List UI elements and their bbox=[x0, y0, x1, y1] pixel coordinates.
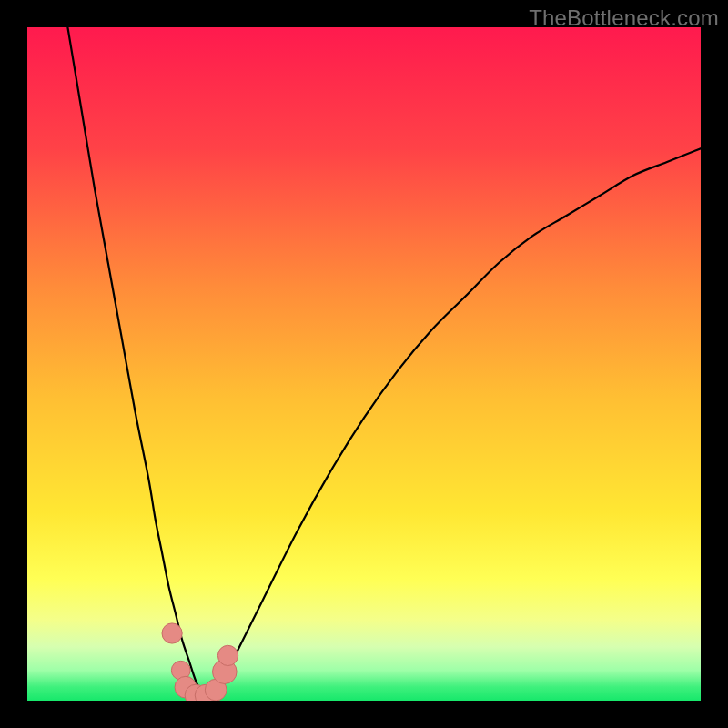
data-marker bbox=[162, 623, 182, 643]
data-marker bbox=[217, 645, 238, 665]
gradient-background bbox=[27, 27, 701, 701]
plot-area bbox=[27, 27, 701, 701]
outer-frame: TheBottleneck.com bbox=[0, 0, 728, 728]
chart-svg bbox=[27, 27, 701, 701]
